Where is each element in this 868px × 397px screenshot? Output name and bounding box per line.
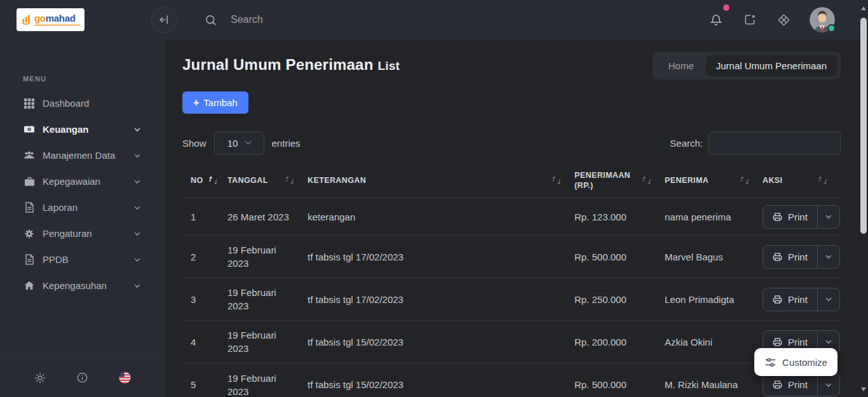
- printer-icon: [773, 295, 782, 304]
- search-icon: [205, 14, 217, 26]
- navbar-search-placeholder: Search: [231, 14, 263, 25]
- diamond-grid-icon: [777, 13, 790, 27]
- print-dropdown-toggle[interactable]: [817, 288, 839, 311]
- add-button[interactable]: + Tambah: [182, 91, 248, 114]
- page-scrollbar[interactable]: [859, 0, 868, 397]
- print-button[interactable]: Print: [763, 206, 817, 228]
- cell-penerimaan: Rp. 200.000: [574, 335, 665, 349]
- cell-penerima: nama penerima: [665, 210, 763, 224]
- cell-no: 3: [182, 293, 227, 306]
- cell-no: 5: [182, 378, 227, 391]
- column-header-tanggal[interactable]: TANGGAL ↑↓: [227, 175, 308, 185]
- column-header-keterangan[interactable]: KETERANGAN ↑↓: [308, 175, 574, 185]
- sidebar-item-dashboard[interactable]: Dashboard: [0, 90, 165, 116]
- print-dropdown-toggle[interactable]: [817, 246, 839, 268]
- sort-icon: ↑↓: [641, 177, 652, 184]
- brand-logo[interactable]: gomahad: [17, 8, 85, 31]
- chevron-down-icon: [133, 152, 141, 159]
- file-icon: [23, 202, 36, 213]
- clipboard-dot-icon: [743, 13, 756, 26]
- sidebar-item-manajemen-data[interactable]: Manajemen Data: [0, 142, 165, 168]
- print-button[interactable]: Print: [763, 288, 817, 311]
- table-row: 5 19 Februari 2023 tf tabsis tgl 15/02/2…: [182, 363, 841, 397]
- cell-tanggal: 19 Februari 2023: [227, 286, 308, 313]
- info-icon[interactable]: [75, 370, 90, 385]
- entries-label: entries: [272, 138, 301, 149]
- sidebar: gomahad MENU Dashboard: [0, 0, 165, 397]
- brand-name-mahad: mahad: [46, 13, 76, 24]
- online-status-badge: [827, 24, 836, 32]
- user-avatar[interactable]: [810, 7, 835, 32]
- sidebar-item-pengaturan[interactable]: Pengaturan: [0, 220, 165, 246]
- sidebar-nav: Dashboard Keuangan: [0, 90, 165, 299]
- breadcrumb-home[interactable]: Home: [656, 60, 706, 71]
- top-navbar: Search: [165, 0, 868, 39]
- print-button[interactable]: Print: [763, 246, 817, 268]
- sliders-icon: [764, 356, 776, 368]
- chevron-down-icon: [133, 230, 141, 238]
- sidebar-item-kepengasuhan[interactable]: Kepengasuhan: [0, 273, 165, 299]
- scrollbar-thumb[interactable]: [860, 18, 867, 234]
- page-content: Jurnal Umum Penerimaan List Home Jurnal …: [165, 39, 868, 397]
- sidebar-item-kepegawaian[interactable]: Kepegawaian: [0, 168, 165, 194]
- sort-icon: ↑↓: [207, 177, 219, 184]
- plus-icon: +: [193, 97, 199, 109]
- chevron-down-icon: [133, 256, 141, 264]
- cell-tanggal: 19 Februari 2023: [227, 328, 308, 355]
- cell-penerima: Azkia Okini: [665, 335, 763, 349]
- bell-icon: [710, 13, 722, 27]
- gear-icon: [23, 229, 36, 239]
- notifications-button[interactable]: [708, 11, 724, 29]
- cell-tanggal: 26 Maret 2023: [227, 210, 308, 224]
- print-dropdown-toggle[interactable]: [817, 373, 839, 396]
- scrollbar-down-arrow[interactable]: [861, 387, 866, 391]
- chevron-down-icon: [133, 126, 141, 133]
- table-header-row: NO ↑↓ TANGGAL ↑↓ KETERANGAN ↑↓ PENERIMAA…: [182, 163, 841, 198]
- file-icon: [23, 254, 36, 265]
- cell-penerima: M. Rizki Maulana: [665, 378, 763, 391]
- chevron-down-icon: [825, 213, 832, 220]
- sidebar-item-ppdb[interactable]: PPDB: [0, 246, 165, 273]
- table-row: 2 19 Februari 2023 tf tabsis tgl 17/02/2…: [182, 236, 841, 278]
- cell-keterangan: tf tabsis tgl 15/02/2023: [308, 378, 574, 391]
- navbar-search[interactable]: Search: [201, 13, 267, 27]
- search-label: Search:: [670, 138, 703, 149]
- chevron-down-icon: [133, 178, 141, 185]
- page-size-value: 10: [227, 138, 238, 149]
- cell-tanggal: 19 Februari 2023: [227, 372, 308, 397]
- users-icon: [23, 151, 36, 160]
- brand-tagline: [34, 24, 80, 26]
- activity-button[interactable]: [742, 11, 758, 28]
- customize-button[interactable]: Customize: [754, 348, 837, 376]
- table-row: 3 19 Februari 2023 tf tabsis tgl 17/02/2…: [182, 278, 841, 321]
- scrollbar-up-arrow[interactable]: [861, 6, 866, 10]
- sort-icon: ↑↓: [817, 177, 828, 184]
- grid-icon: [23, 98, 36, 109]
- table-toolbar: Show 10 entries Search:: [182, 131, 841, 155]
- briefcase-icon: [23, 177, 36, 187]
- page-header: Jurnal Umum Penerimaan List Home Jurnal …: [182, 52, 841, 79]
- column-header-aksi[interactable]: AKSI ↑↓: [763, 175, 841, 185]
- notification-badge: [723, 4, 729, 11]
- cell-penerimaan: Rp. 500.000: [574, 378, 665, 391]
- language-flag-icon[interactable]: [118, 370, 132, 385]
- sidebar-collapse-button[interactable]: [151, 6, 178, 33]
- print-dropdown-toggle[interactable]: [817, 206, 839, 228]
- print-button[interactable]: Print: [763, 373, 817, 396]
- cell-keterangan: tf tabsis tgl 15/02/2023: [308, 335, 574, 349]
- breadcrumb: Home Jurnal Umum Penerimaan: [653, 52, 841, 79]
- cell-penerimaan: Rp. 500.000: [574, 250, 665, 264]
- sidebar-item-keuangan[interactable]: Keuangan: [0, 116, 165, 142]
- cell-no: 4: [182, 335, 227, 349]
- page-title: Jurnal Umum Penerimaan List: [182, 56, 400, 74]
- table-search-input[interactable]: [709, 131, 841, 155]
- column-header-no[interactable]: NO ↑↓: [182, 175, 227, 185]
- data-table: NO ↑↓ TANGGAL ↑↓ KETERANGAN ↑↓ PENERIMAA…: [182, 163, 841, 397]
- theme-toggle-sun-icon[interactable]: [33, 371, 47, 385]
- shortcuts-button[interactable]: [775, 11, 792, 29]
- page-size-select[interactable]: 10: [214, 131, 264, 155]
- column-header-penerimaan[interactable]: PENERIMAAN (RP.) ↑↓: [574, 170, 665, 191]
- column-header-penerima[interactable]: PENERIMA ↑↓: [665, 175, 763, 185]
- cell-no: 1: [182, 210, 227, 224]
- sidebar-item-laporan[interactable]: Laporan: [0, 194, 165, 220]
